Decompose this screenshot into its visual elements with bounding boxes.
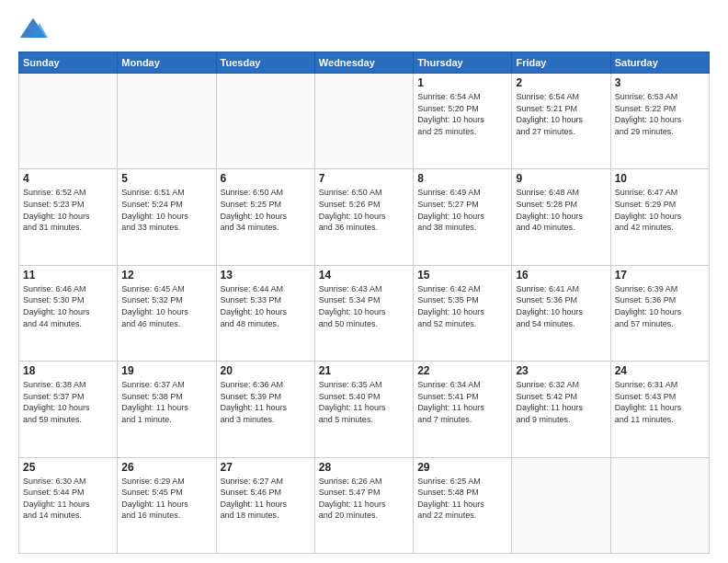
calendar-cell: 10Sunrise: 6:47 AM Sunset: 5:29 PM Dayli… [610,169,709,265]
calendar-cell: 2Sunrise: 6:54 AM Sunset: 5:21 PM Daylig… [512,74,610,169]
day-number: 24 [615,364,705,377]
day-info: Sunrise: 6:53 AM Sunset: 5:22 PM Dayligh… [615,91,705,137]
day-number: 20 [221,364,311,377]
calendar-cell [19,74,118,169]
day-number: 9 [516,172,606,185]
page: SundayMondayTuesdayWednesdayThursdayFrid… [0,0,728,563]
calendar-cell: 6Sunrise: 6:50 AM Sunset: 5:25 PM Daylig… [216,169,314,265]
day-info: Sunrise: 6:50 AM Sunset: 5:25 PM Dayligh… [221,187,311,233]
calendar-cell: 11Sunrise: 6:46 AM Sunset: 5:30 PM Dayli… [19,265,118,361]
day-info: Sunrise: 6:27 AM Sunset: 5:46 PM Dayligh… [221,476,311,522]
calendar-header-row: SundayMondayTuesdayWednesdayThursdayFrid… [19,52,710,74]
day-number: 3 [615,76,705,89]
calendar-cell: 19Sunrise: 6:37 AM Sunset: 5:38 PM Dayli… [118,362,216,457]
calendar-header-thursday: Thursday [414,52,512,74]
calendar-cell: 28Sunrise: 6:26 AM Sunset: 5:47 PM Dayli… [314,457,413,553]
calendar-cell [118,74,216,169]
day-number: 2 [516,76,606,89]
day-info: Sunrise: 6:30 AM Sunset: 5:44 PM Dayligh… [23,476,113,522]
day-number: 14 [319,269,409,282]
day-info: Sunrise: 6:50 AM Sunset: 5:26 PM Dayligh… [319,187,409,233]
calendar-cell: 13Sunrise: 6:44 AM Sunset: 5:33 PM Dayli… [216,265,314,361]
day-info: Sunrise: 6:45 AM Sunset: 5:32 PM Dayligh… [121,283,211,329]
calendar-week-4: 18Sunrise: 6:38 AM Sunset: 5:37 PM Dayli… [19,362,710,457]
day-number: 12 [121,269,211,282]
calendar-cell: 23Sunrise: 6:32 AM Sunset: 5:42 PM Dayli… [512,362,610,457]
logo-icon [18,15,48,44]
day-info: Sunrise: 6:48 AM Sunset: 5:28 PM Dayligh… [516,187,606,233]
calendar-week-1: 1Sunrise: 6:54 AM Sunset: 5:20 PM Daylig… [19,74,710,169]
day-number: 5 [121,172,211,185]
calendar-table: SundayMondayTuesdayWednesdayThursdayFrid… [18,52,710,554]
day-info: Sunrise: 6:43 AM Sunset: 5:34 PM Dayligh… [319,283,409,329]
calendar-cell: 1Sunrise: 6:54 AM Sunset: 5:20 PM Daylig… [414,74,512,169]
calendar-header-wednesday: Wednesday [314,52,413,74]
calendar-week-5: 25Sunrise: 6:30 AM Sunset: 5:44 PM Dayli… [19,457,710,553]
day-number: 11 [23,269,113,282]
day-number: 28 [319,461,409,474]
day-info: Sunrise: 6:25 AM Sunset: 5:48 PM Dayligh… [417,476,507,522]
day-number: 10 [615,172,705,185]
calendar-cell: 17Sunrise: 6:39 AM Sunset: 5:36 PM Dayli… [610,265,709,361]
day-info: Sunrise: 6:36 AM Sunset: 5:39 PM Dayligh… [221,379,311,425]
calendar-cell: 26Sunrise: 6:29 AM Sunset: 5:45 PM Dayli… [118,457,216,553]
day-number: 4 [23,172,113,185]
calendar-cell [216,74,314,169]
calendar-cell: 27Sunrise: 6:27 AM Sunset: 5:46 PM Dayli… [216,457,314,553]
calendar-cell: 5Sunrise: 6:51 AM Sunset: 5:24 PM Daylig… [118,169,216,265]
day-info: Sunrise: 6:49 AM Sunset: 5:27 PM Dayligh… [417,187,507,233]
calendar-cell: 16Sunrise: 6:41 AM Sunset: 5:36 PM Dayli… [512,265,610,361]
day-info: Sunrise: 6:41 AM Sunset: 5:36 PM Dayligh… [516,283,606,329]
day-number: 7 [319,172,409,185]
day-info: Sunrise: 6:37 AM Sunset: 5:38 PM Dayligh… [121,379,211,425]
day-info: Sunrise: 6:52 AM Sunset: 5:23 PM Dayligh… [23,187,113,233]
day-info: Sunrise: 6:32 AM Sunset: 5:42 PM Dayligh… [516,379,606,425]
day-number: 22 [417,364,507,377]
calendar-header-sunday: Sunday [19,52,118,74]
calendar-header-monday: Monday [118,52,216,74]
calendar-cell [610,457,709,553]
day-number: 17 [615,269,705,282]
calendar-header-saturday: Saturday [610,52,709,74]
day-info: Sunrise: 6:35 AM Sunset: 5:40 PM Dayligh… [319,379,409,425]
day-number: 6 [221,172,311,185]
day-number: 16 [516,269,606,282]
calendar-cell: 29Sunrise: 6:25 AM Sunset: 5:48 PM Dayli… [414,457,512,553]
day-number: 26 [121,461,211,474]
header [18,15,710,44]
day-number: 13 [221,269,311,282]
calendar-week-2: 4Sunrise: 6:52 AM Sunset: 5:23 PM Daylig… [19,169,710,265]
calendar-cell [512,457,610,553]
day-info: Sunrise: 6:46 AM Sunset: 5:30 PM Dayligh… [23,283,113,329]
calendar-cell: 4Sunrise: 6:52 AM Sunset: 5:23 PM Daylig… [19,169,118,265]
day-number: 21 [319,364,409,377]
day-info: Sunrise: 6:31 AM Sunset: 5:43 PM Dayligh… [615,379,705,425]
day-info: Sunrise: 6:39 AM Sunset: 5:36 PM Dayligh… [615,283,705,329]
calendar-cell: 18Sunrise: 6:38 AM Sunset: 5:37 PM Dayli… [19,362,118,457]
calendar-cell: 14Sunrise: 6:43 AM Sunset: 5:34 PM Dayli… [314,265,413,361]
day-info: Sunrise: 6:51 AM Sunset: 5:24 PM Dayligh… [121,187,211,233]
calendar-week-3: 11Sunrise: 6:46 AM Sunset: 5:30 PM Dayli… [19,265,710,361]
calendar-cell: 25Sunrise: 6:30 AM Sunset: 5:44 PM Dayli… [19,457,118,553]
day-number: 18 [23,364,113,377]
day-number: 25 [23,461,113,474]
day-number: 1 [417,76,507,89]
day-number: 23 [516,364,606,377]
calendar-header-friday: Friday [512,52,610,74]
calendar-header-tuesday: Tuesday [216,52,314,74]
day-info: Sunrise: 6:47 AM Sunset: 5:29 PM Dayligh… [615,187,705,233]
logo [18,15,51,44]
calendar-cell: 3Sunrise: 6:53 AM Sunset: 5:22 PM Daylig… [610,74,709,169]
calendar-cell [314,74,413,169]
day-info: Sunrise: 6:29 AM Sunset: 5:45 PM Dayligh… [121,476,211,522]
calendar-cell: 12Sunrise: 6:45 AM Sunset: 5:32 PM Dayli… [118,265,216,361]
day-number: 8 [417,172,507,185]
day-info: Sunrise: 6:34 AM Sunset: 5:41 PM Dayligh… [417,379,507,425]
day-info: Sunrise: 6:38 AM Sunset: 5:37 PM Dayligh… [23,379,113,425]
calendar-cell: 24Sunrise: 6:31 AM Sunset: 5:43 PM Dayli… [610,362,709,457]
day-info: Sunrise: 6:26 AM Sunset: 5:47 PM Dayligh… [319,476,409,522]
day-info: Sunrise: 6:54 AM Sunset: 5:20 PM Dayligh… [417,91,507,137]
day-info: Sunrise: 6:42 AM Sunset: 5:35 PM Dayligh… [417,283,507,329]
calendar-cell: 20Sunrise: 6:36 AM Sunset: 5:39 PM Dayli… [216,362,314,457]
calendar-cell: 7Sunrise: 6:50 AM Sunset: 5:26 PM Daylig… [314,169,413,265]
